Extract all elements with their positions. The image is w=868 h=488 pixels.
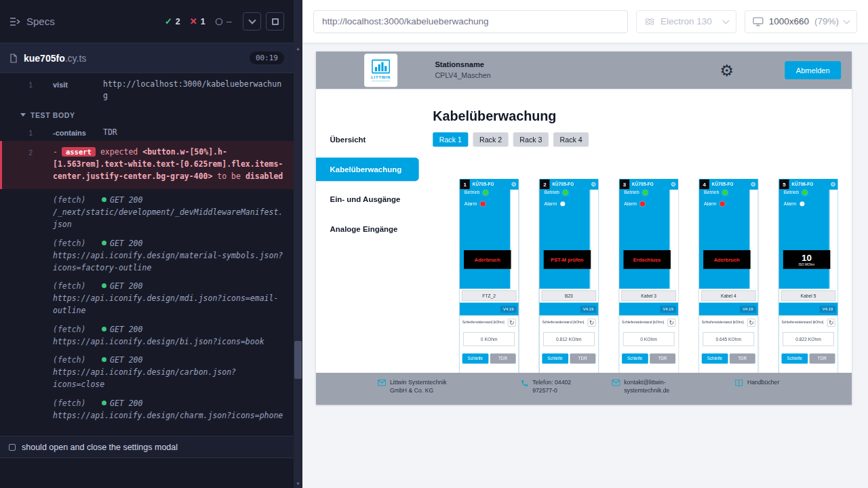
logout-button[interactable]: Abmelden bbox=[785, 61, 841, 79]
stop-icon bbox=[272, 18, 279, 25]
rack-tab-3[interactable]: Rack 3 bbox=[513, 132, 549, 146]
assert-dash: - bbox=[53, 147, 58, 157]
status-text: Aderbruch bbox=[714, 257, 740, 263]
command-visit[interactable]: 1 visit http://localhost:3000/kabelueber… bbox=[0, 76, 294, 105]
refresh-icon[interactable]: ↻ bbox=[667, 319, 675, 327]
fetch-log-entry[interactable]: (fetch)GET 200 https://api.iconify.desig… bbox=[0, 392, 294, 424]
tdr-button[interactable]: TDR bbox=[650, 354, 675, 364]
sidebar-item-kabelueberwachung[interactable]: Kabelüberwachung bbox=[316, 157, 419, 181]
card-gear-icon[interactable]: ⚙ bbox=[830, 182, 837, 188]
command-assert-failed[interactable]: 2 -assertexpected <button.w-[50%].h-[1.5… bbox=[0, 141, 294, 189]
reporter-header-buttons bbox=[243, 12, 284, 30]
viewport-select[interactable]: 1000x660 (79%) bbox=[745, 10, 857, 33]
specs-menu[interactable]: Specs bbox=[9, 16, 55, 27]
tdr-button[interactable]: TDR bbox=[490, 354, 515, 364]
chevron-down-icon bbox=[248, 16, 256, 24]
card-gear-icon[interactable]: ⚙ bbox=[511, 182, 519, 188]
station-info: Stationsname CPLV4_Maschen bbox=[435, 59, 490, 81]
tdr-button[interactable]: TDR bbox=[809, 354, 835, 364]
rack-tabs: Rack 1 Rack 2 Rack 3 Rack 4 bbox=[433, 132, 852, 146]
loop-panel: Schleifenwiderstand [kOhm]↻ 0.822 KOhm S… bbox=[779, 315, 838, 373]
next-test-row[interactable]: should open and close the settings modal bbox=[0, 436, 294, 458]
cross-icon: ✕ bbox=[190, 16, 197, 26]
device-cards: 1 KÜ705-FO ⚙ Betrieb Alarm Aderbruch bbox=[460, 179, 852, 373]
failed-count: 1 bbox=[201, 17, 205, 26]
fetch-log-entry[interactable]: (fetch)GET 200 https://api.iconify.desig… bbox=[0, 275, 294, 318]
version-row: V4.19 bbox=[699, 303, 758, 316]
refresh-icon[interactable]: ↻ bbox=[588, 319, 596, 327]
schleife-button[interactable]: Schleife bbox=[622, 354, 648, 364]
test-body-label: TEST BODY bbox=[31, 111, 75, 119]
card-gear-icon[interactable]: ⚙ bbox=[671, 182, 678, 188]
schleife-button[interactable]: Schleife bbox=[702, 354, 728, 364]
card-number: 4 bbox=[700, 180, 709, 189]
iso-value: 10 bbox=[802, 253, 812, 262]
refresh-icon[interactable]: ↻ bbox=[747, 319, 755, 327]
check-icon: ✓ bbox=[165, 16, 172, 26]
spec-name: kue705fo.cy.ts bbox=[24, 53, 86, 64]
command-contains[interactable]: 1 -contains TDR bbox=[0, 124, 294, 142]
card-gear-icon[interactable]: ⚙ bbox=[591, 182, 598, 188]
electron-icon bbox=[644, 16, 655, 27]
card-header: 2 KÜ705-FO ⚙ bbox=[539, 179, 598, 190]
chevron-down-icon bbox=[844, 17, 850, 24]
company-name: Littwin Systemtechnik GmbH & Co. KG bbox=[390, 379, 460, 395]
sidebar-item-ein-und-ausgaenge[interactable]: Ein- und Ausgänge bbox=[316, 188, 419, 211]
url-input[interactable] bbox=[313, 10, 628, 33]
status-display: 10 ISO MOhm bbox=[783, 250, 831, 269]
fetch-method: (fetch) bbox=[53, 195, 102, 207]
spec-bar[interactable]: kue705fo.cy.ts 00:19 bbox=[0, 43, 294, 73]
collapse-all-button[interactable] bbox=[243, 12, 261, 30]
cable-name: B23 bbox=[542, 290, 597, 301]
device-card: 1 KÜ705-FO ⚙ Betrieb Alarm Aderbruch bbox=[460, 179, 519, 373]
fetch-log-entry[interactable]: (fetch)GET 200 https://api.iconify.desig… bbox=[0, 349, 294, 392]
command-method: -contains bbox=[53, 127, 103, 139]
stop-run-button[interactable] bbox=[266, 12, 284, 30]
rack-tab-1[interactable]: Rack 1 bbox=[433, 132, 468, 146]
tdr-button[interactable]: TDR bbox=[570, 354, 595, 364]
fetch-method: (fetch) bbox=[53, 398, 102, 410]
schleife-button[interactable]: Schleife bbox=[462, 354, 488, 364]
scroll-down-arrow[interactable]: ▼ bbox=[294, 481, 302, 486]
sidebar-item-analoge-eingaenge[interactable]: Analoge Eingänge bbox=[316, 218, 419, 241]
reporter-scrollbar[interactable]: ▲ ▼ bbox=[294, 0, 302, 488]
schleife-button[interactable]: Schleife bbox=[782, 354, 808, 364]
fetch-method: (fetch) bbox=[53, 281, 102, 293]
status-200-dot bbox=[102, 197, 106, 202]
loop-label: Schleifenwiderstand [kOhm] bbox=[542, 319, 584, 324]
rack-tab-4[interactable]: Rack 4 bbox=[553, 132, 589, 146]
footer-phone: Telefon: 04402 972577-0 bbox=[521, 379, 584, 395]
fetch-log-entry[interactable]: (fetch)GET 200 https://api.iconify.desig… bbox=[0, 232, 294, 275]
card-number: 2 bbox=[540, 180, 549, 189]
schleife-button[interactable]: Schleife bbox=[542, 354, 568, 364]
card-model: KÜ705-FO bbox=[710, 182, 751, 186]
fetch-url: https://api.iconify.design/charm.json?ic… bbox=[53, 410, 284, 422]
device-card: 4 KÜ705-FO ⚙ Betrieb Alarm Aderbruch bbox=[699, 179, 758, 373]
card-header: 4 KÜ705-FO ⚙ bbox=[699, 179, 758, 190]
card-gear-icon[interactable]: ⚙ bbox=[751, 182, 758, 188]
browser-select[interactable]: Electron 130 bbox=[636, 10, 736, 33]
rack-tab-2[interactable]: Rack 2 bbox=[473, 132, 508, 146]
status-display: Erdschluss bbox=[623, 250, 671, 269]
refresh-icon[interactable]: ↻ bbox=[827, 319, 835, 327]
scroll-up-arrow[interactable]: ▲ bbox=[294, 46, 302, 51]
fetch-url: https://api.iconify.design/material-symb… bbox=[53, 250, 284, 274]
viewport-icon bbox=[753, 17, 764, 26]
cable-row: Kabel 5 bbox=[779, 289, 838, 303]
settings-gear-icon[interactable]: ⚙ bbox=[720, 62, 734, 78]
refresh-icon[interactable]: ↻ bbox=[508, 319, 516, 327]
fetch-url: /_next/static/development/_devMiddleware… bbox=[53, 207, 284, 231]
spec-file-ext: .cy.ts bbox=[65, 53, 87, 64]
scrollbar-thumb[interactable] bbox=[294, 341, 302, 379]
card-number: 3 bbox=[620, 180, 629, 189]
tdr-button[interactable]: TDR bbox=[729, 354, 755, 364]
fetch-log-entry[interactable]: (fetch)GET 200 /_next/static/development… bbox=[0, 189, 294, 232]
status-display: Aderbruch bbox=[703, 250, 751, 269]
fetch-log-entry[interactable]: (fetch)GET 200 https://api.iconify.desig… bbox=[0, 319, 294, 350]
test-body-section[interactable]: TEST BODY bbox=[0, 105, 294, 124]
command-number: 1 bbox=[0, 79, 33, 102]
card-header: 1 KÜ705-FO ⚙ bbox=[460, 179, 519, 190]
sidebar-item-uebersicht[interactable]: Übersicht bbox=[316, 127, 419, 151]
cable-row: FTZ_2 bbox=[460, 289, 519, 303]
footer-manuals[interactable]: Handbücher bbox=[734, 379, 779, 387]
